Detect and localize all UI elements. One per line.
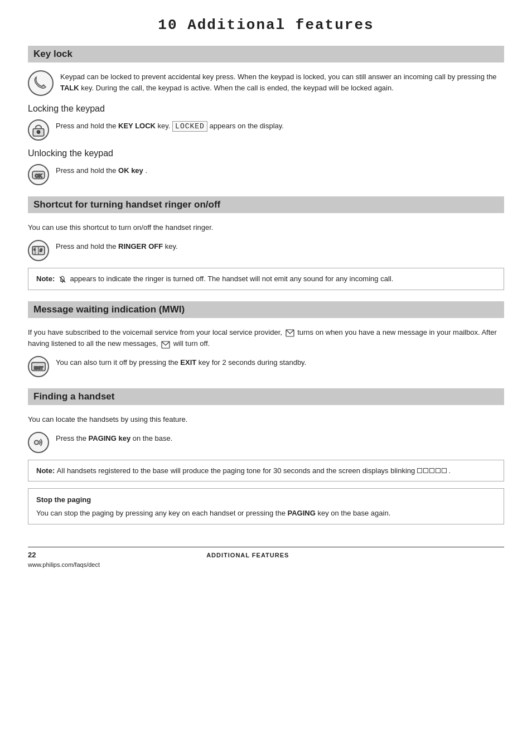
finding-header: Finding a handset [28,388,504,405]
ringer-off-icon: * # [28,240,49,261]
stop-paging-text: You can stop the paging by pressing any … [36,508,496,519]
handset-icon [28,70,54,96]
ringer-off-bell-icon [58,273,67,285]
locking-subheader: Locking the keypad [28,104,504,114]
ringer-row: * # Press and hold the RINGER OFF key. [28,240,504,261]
svg-point-10 [62,282,63,283]
key-lock-intro-row: Keypad can be locked to prevent accident… [28,70,504,96]
svg-text:OK: OK [35,173,43,179]
unlocking-row: OK Press and hold the OK key . [28,164,504,185]
footer-website: www.philips.com/faqs/dect [28,561,504,568]
stop-paging-box: Stop the paging You can stop the paging … [28,488,504,524]
svg-text:EXIT: EXIT [34,365,43,370]
finding-intro: You can locate the handsets by using thi… [28,413,504,425]
svg-text:*: * [34,248,36,253]
mwi-instruction-row: EXIT You can also turn it off by pressin… [28,356,504,377]
key-lock-section: Key lock Keypad can be locked to prevent… [28,46,504,185]
ringer-instruction-text: Press and hold the RINGER OFF key. [56,240,504,252]
ringer-header: Shortcut for turning handset ringer on/o… [28,196,504,213]
envelope-icon [286,328,294,339]
key-lock-intro-text: Keypad can be locked to prevent accident… [60,70,504,93]
mwi-header: Message waiting indication (MWI) [28,301,504,318]
svg-point-1 [37,131,40,133]
key-lock-header: Key lock [28,46,504,62]
stop-paging-title: Stop the paging [36,494,496,505]
svg-point-16 [35,440,38,444]
footer: 22 ADDITIONAL FEATURES [28,547,504,559]
ringer-note-box: Note: appears to indicate the ringer is … [28,268,504,290]
unlocking-text: Press and hold the OK key . [56,164,504,176]
exit-button-icon: EXIT [28,356,49,377]
finding-note-box: Note: All handsets registered to the bas… [28,460,504,482]
ok-button-icon: OK [28,164,49,185]
footer-page-number: 22 [28,551,36,559]
mwi-intro-text: If you have subscribed to the voicemail … [28,326,504,350]
paging-key-icon [28,432,49,453]
finding-instruction-row: Press the PAGING key on the base. [28,432,504,453]
footer-section-label: ADDITIONAL FEATURES [206,552,289,558]
svg-text:#: # [40,248,42,253]
locking-text: Press and hold the KEY LOCK key. LOCKED … [56,119,504,132]
locking-row: Press and hold the KEY LOCK key. LOCKED … [28,119,504,141]
blinking-squares-icon [417,468,447,473]
finding-instruction-text: Press the PAGING key on the base. [56,432,504,444]
key-lock-button-icon [28,119,49,141]
ringer-section: Shortcut for turning handset ringer on/o… [28,196,504,290]
unlocking-subheader: Unlocking the keypad [28,148,504,158]
ringer-intro: You can use this shortcut to turn on/off… [28,221,504,233]
envelope-icon-2 [161,339,170,350]
mwi-instruction-text: You can also turn it off by pressing the… [56,356,504,368]
finding-section: Finding a handset You can locate the han… [28,388,504,524]
page-title: 10 Additional features [28,17,504,33]
mwi-section: Message waiting indication (MWI) If you … [28,301,504,378]
